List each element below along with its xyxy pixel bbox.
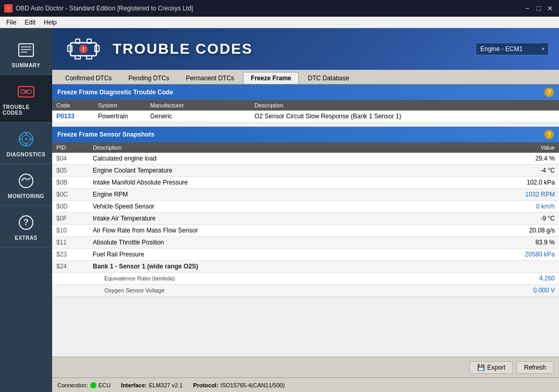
sensor-pid: $0C — [52, 189, 89, 201]
sensor-value: 29.4 % — [496, 153, 559, 165]
export-button[interactable]: 💾 Export — [469, 361, 513, 374]
sensor-pid: $0F — [52, 213, 89, 225]
freeze-frame-dtc-title: Freeze Frame Diagnostic Trouble Code — [57, 89, 173, 96]
tabs-bar: Confirmed DTCs Pending DTCs Permanent DT… — [52, 70, 559, 84]
menubar: File Edit Help — [0, 17, 559, 28]
sensor-description: Bank 1 - Sensor 1 (wide range O2S) — [89, 261, 496, 273]
tab-permanent-dtcs[interactable]: Permanent DTCs — [178, 72, 242, 84]
window-title: OBD Auto Doctor - Standard Edition [Regi… — [16, 5, 522, 12]
svg-point-17 — [25, 138, 27, 140]
sensor-pid: $0B — [52, 177, 89, 189]
sensor-snapshots-help[interactable]: ? — [544, 130, 554, 139]
sidebar-item-summary[interactable]: SUMMARY — [0, 33, 52, 75]
interface-label: Interface: — [121, 382, 147, 388]
sensor-value: 4.260 — [496, 273, 559, 285]
statusbar: Connection: ECU Interface: ELM327 v2.1 P… — [52, 377, 559, 392]
svg-rect-28 — [87, 56, 92, 59]
tab-confirmed-dtcs[interactable]: Confirmed DTCs — [57, 72, 119, 84]
svg-text:!: ! — [25, 89, 27, 95]
refresh-label: Refresh — [524, 364, 546, 371]
sensor-row: $0BIntake Manifold Absolute Pressure102.… — [52, 177, 559, 189]
menu-help[interactable]: Help — [40, 18, 61, 27]
connection-status: ECU — [99, 382, 111, 388]
sensor-pid: $04 — [52, 153, 89, 165]
sensor-value: 83.9 % — [496, 237, 559, 249]
maximize-button[interactable]: □ — [534, 4, 543, 13]
sensor-row: Equivalence Ratio (lambda)4.260 — [52, 273, 559, 285]
refresh-button[interactable]: Refresh — [516, 361, 554, 374]
sensor-value — [496, 261, 559, 273]
sidebar-label-trouble-codes: TROUBLE CODES — [3, 104, 50, 116]
extras-icon: ? — [16, 212, 37, 233]
export-label: Export — [487, 364, 505, 371]
sidebar-label-summary: SUMMARY — [12, 63, 41, 68]
sensor-row: $0CEngine RPM1032 RPM — [52, 189, 559, 201]
sensor-description: Fuel Rail Pressure — [89, 249, 496, 261]
sensor-pid: $0D — [52, 201, 89, 213]
sensor-snapshots-title: Freeze Frame Sensor Snapshots — [57, 131, 154, 138]
sidebar-item-monitoring[interactable]: MONITORING — [0, 164, 52, 206]
sensor-value: 0.000 V — [496, 285, 559, 297]
sensor-pid: $23 — [52, 249, 89, 261]
dtc-table: Code System Manufacturer Description P01… — [52, 100, 559, 123]
sensor-row: Oxygen Sensor Voltage0.000 V — [52, 285, 559, 297]
sidebar-item-diagnostics[interactable]: DIAGNOSTICS — [0, 123, 52, 164]
sensor-snapshots-header: Freeze Frame Sensor Snapshots ? — [52, 127, 559, 142]
minimize-button[interactable]: − — [522, 4, 532, 13]
close-button[interactable]: ✕ — [545, 4, 555, 13]
sensor-row: $05Engine Coolant Temperature-4 °C — [52, 165, 559, 177]
sensor-pid: $10 — [52, 225, 89, 237]
sidebar-label-extras: EXTRAS — [15, 235, 38, 241]
sensor-pid: $24 — [52, 261, 89, 273]
tab-pending-dtcs[interactable]: Pending DTCs — [120, 72, 177, 84]
dtc-col-manufacturer: Manufacturer — [146, 100, 250, 111]
freeze-frame-dtc-section: Freeze Frame Diagnostic Trouble Code ? C… — [52, 84, 559, 123]
sensor-row: $10Air Flow Rate from Mass Flow Sensor20… — [52, 225, 559, 237]
sensor-pid: $05 — [52, 165, 89, 177]
svg-rect-2 — [19, 44, 33, 56]
engine-select[interactable]: Engine - ECM1 Engine - ECM2 — [476, 43, 549, 55]
sensor-snapshots-section: Freeze Frame Sensor Snapshots ? PID Desc… — [52, 127, 559, 297]
sensor-description: Oxygen Sensor Voltage — [89, 285, 496, 297]
sensor-value: -9 °C — [496, 213, 559, 225]
freeze-frame-dtc-help[interactable]: ? — [544, 88, 554, 97]
dtc-manufacturer: Generic — [146, 111, 250, 123]
sensor-value: -4 °C — [496, 165, 559, 177]
header-banner: ! TROUBLE CODES Engine - ECM1 Engine - E… — [52, 28, 559, 70]
sensor-description: Calculated engine load — [89, 153, 496, 165]
connection-label: Connection: — [57, 382, 88, 388]
window-controls: − □ ✕ — [522, 4, 555, 13]
protocol-label: Protocol: — [193, 382, 218, 388]
dtc-col-description: Description — [250, 100, 559, 111]
sensor-pid — [52, 285, 89, 297]
main-layout: SUMMARY ! TROUBLE CODES — [0, 28, 559, 392]
sensor-row: $0FIntake Air Temperature-9 °C — [52, 213, 559, 225]
dtc-code: P0133 — [52, 111, 94, 123]
sidebar-item-trouble-codes[interactable]: ! TROUBLE CODES — [0, 75, 52, 123]
sidebar-label-monitoring: MONITORING — [8, 193, 44, 199]
save-icon: 💾 — [477, 364, 485, 371]
svg-text:!: ! — [82, 46, 84, 53]
sensor-description: Equivalence Ratio (lambda) — [89, 273, 496, 285]
bottom-bar: 💾 Export Refresh — [52, 357, 559, 377]
engine-warning-icon: ! — [63, 35, 104, 64]
interface-value: ELM327 v2.1 — [149, 382, 183, 388]
trouble-codes-icon: ! — [16, 81, 37, 102]
sensor-value: 1032 RPM — [496, 189, 559, 201]
sensor-row: $24Bank 1 - Sensor 1 (wide range O2S) — [52, 261, 559, 273]
sensor-row: $23Fuel Rail Pressure20580 kPa — [52, 249, 559, 261]
menu-edit[interactable]: Edit — [20, 18, 40, 27]
content-area: ! TROUBLE CODES Engine - ECM1 Engine - E… — [52, 28, 559, 392]
panel-content: Freeze Frame Diagnostic Trouble Code ? C… — [52, 84, 559, 357]
header-title: TROUBLE CODES — [113, 41, 253, 57]
sensor-description: Intake Manifold Absolute Pressure — [89, 177, 496, 189]
sensor-row: $04Calculated engine load29.4 % — [52, 153, 559, 165]
titlebar: ! OBD Auto Doctor - Standard Edition [Re… — [0, 0, 559, 17]
engine-selector[interactable]: Engine - ECM1 Engine - ECM2 — [476, 43, 549, 55]
svg-rect-27 — [75, 56, 80, 59]
menu-file[interactable]: File — [2, 18, 20, 27]
sidebar-label-diagnostics: DIAGNOSTICS — [7, 152, 46, 157]
tab-dtc-database[interactable]: DTC Database — [300, 72, 357, 84]
sidebar-item-extras[interactable]: ? EXTRAS — [0, 206, 52, 248]
tab-freeze-frame[interactable]: Freeze Frame — [243, 72, 299, 84]
